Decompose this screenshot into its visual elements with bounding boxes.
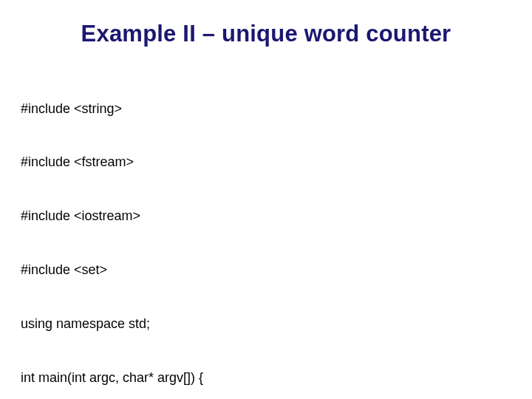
code-line: #include <set> [21, 261, 511, 279]
code-line: #include <string> [21, 100, 511, 117]
slide: Example II – unique word counter #includ… [0, 0, 532, 399]
code-line: int main(int argc, char* argv[]) { [21, 369, 511, 386]
code-block: #include <string> #include <fstream> #in… [21, 64, 511, 399]
code-line: #include <fstream> [21, 153, 511, 171]
slide-title: Example II – unique word counter [21, 21, 511, 47]
code-line: #include <iostream> [21, 207, 511, 225]
code-line: using namespace std; [21, 315, 511, 332]
